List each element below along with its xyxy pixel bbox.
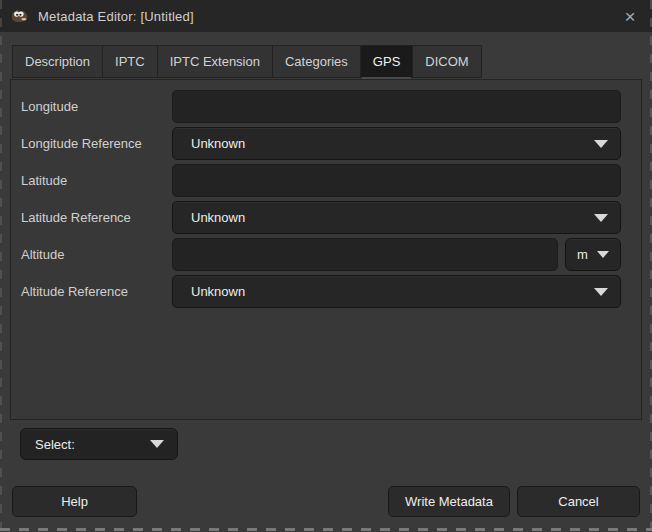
select-dropdown[interactable]: Select: <box>20 428 178 460</box>
tab-iptc[interactable]: IPTC <box>102 45 157 78</box>
write-metadata-button[interactable]: Write Metadata <box>388 486 510 517</box>
metadata-editor-dialog: Metadata Editor: [Untitled] × Descriptio… <box>0 0 652 532</box>
altitude-reference-label: Altitude Reference <box>21 275 172 308</box>
chevron-down-icon <box>594 288 608 296</box>
latitude-reference-dropdown[interactable]: Unknown <box>172 201 621 234</box>
altitude-reference-dropdown[interactable]: Unknown <box>172 275 621 308</box>
chevron-down-icon <box>594 214 608 222</box>
chevron-down-icon <box>150 440 164 448</box>
selection-ants-left <box>0 0 2 532</box>
latitude-reference-value: Unknown <box>191 210 594 225</box>
tab-description[interactable]: Description <box>12 45 102 78</box>
altitude-reference-value: Unknown <box>191 284 594 299</box>
longitude-label: Longitude <box>21 90 172 123</box>
select-dropdown-label: Select: <box>35 437 150 452</box>
cancel-button[interactable]: Cancel <box>517 486 640 517</box>
longitude-reference-label: Longitude Reference <box>21 127 172 160</box>
titlebar: Metadata Editor: [Untitled] × <box>0 0 652 32</box>
latitude-label: Latitude <box>21 164 172 197</box>
chevron-down-icon <box>594 140 608 148</box>
tab-iptc-extension[interactable]: IPTC Extension <box>157 45 272 78</box>
longitude-reference-dropdown[interactable]: Unknown <box>172 127 621 160</box>
longitude-reference-value: Unknown <box>191 136 594 151</box>
altitude-row: m <box>172 238 621 271</box>
selection-ants-bottom <box>0 528 652 531</box>
altitude-unit-value: m <box>577 247 588 262</box>
latitude-input[interactable] <box>172 164 621 197</box>
close-icon[interactable]: × <box>608 0 652 32</box>
altitude-input[interactable] <box>172 238 558 271</box>
window-title: Metadata Editor: [Untitled] <box>38 9 194 24</box>
tab-dicom[interactable]: DICOM <box>412 45 481 78</box>
altitude-label: Altitude <box>21 238 172 271</box>
gps-tab-panel: Longitude Longitude Reference Unknown La… <box>10 79 642 420</box>
chevron-down-icon <box>597 251 609 258</box>
longitude-input[interactable] <box>172 90 621 123</box>
tab-categories[interactable]: Categories <box>272 45 360 78</box>
tab-gps[interactable]: GPS <box>360 45 412 78</box>
gimp-wilber-icon <box>10 8 29 24</box>
help-button[interactable]: Help <box>12 486 137 517</box>
altitude-unit-dropdown[interactable]: m <box>565 238 621 271</box>
latitude-reference-label: Latitude Reference <box>21 201 172 234</box>
gps-form: Longitude Longitude Reference Unknown La… <box>11 80 641 308</box>
